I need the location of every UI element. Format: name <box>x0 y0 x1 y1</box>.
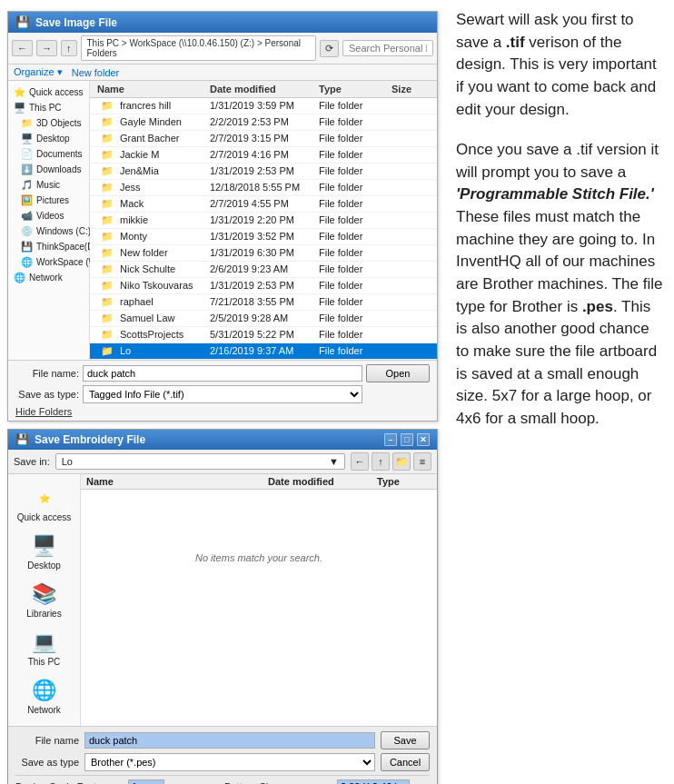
hide-folders-link[interactable]: Hide Folders <box>15 406 72 417</box>
sidebar-desktop[interactable]: 🖥️ Desktop <box>8 131 89 146</box>
dialog-icon: 💾 <box>15 15 30 29</box>
emb-sidebar-this-pc[interactable]: 💻 This PC <box>13 626 76 670</box>
sidebar-quick-access[interactable]: ⭐ Quick access <box>8 84 89 100</box>
sidebar-label: Network <box>29 273 63 283</box>
sidebar-videos[interactable]: 📹 Videos <box>8 208 89 223</box>
drive2-icon: 💾 <box>21 241 33 253</box>
emb-sidebar-libraries[interactable]: 📚 Libraries <box>13 578 76 622</box>
save-embroidery-dialog: 💾 Save Embroidery File – □ ✕ Save in: Lo… <box>7 429 438 784</box>
table-row[interactable]: 📁Jackie M 2/7/2019 4:16 PM File folder <box>90 147 437 164</box>
dialog-top-titlebar: 💾 Save Image File <box>8 12 437 33</box>
emb-bottom: File name Save Save as type Brother (*.p… <box>8 726 437 784</box>
emb-sidebar-label: This PC <box>28 657 61 667</box>
col-date[interactable]: Date modified <box>206 83 315 95</box>
desktop-sidebar-icon: 🖥️ <box>29 533 60 559</box>
emb-sidebar-desktop[interactable]: 🖥️ Desktop <box>13 530 76 574</box>
organize-button[interactable]: Organize ▾ <box>14 66 63 78</box>
design-scale-input[interactable] <box>128 779 164 784</box>
table-row[interactable]: 📁Mack 2/7/2019 4:55 PM File folder <box>90 196 437 213</box>
back-button[interactable]: ← <box>12 40 33 56</box>
sidebar-label: Quick access <box>29 87 83 97</box>
emb-dialog-title: Save Embroidery File <box>35 433 145 446</box>
table-row[interactable]: 📁Niko Tskouvaras 1/31/2019 2:53 PM File … <box>90 278 437 294</box>
table-row[interactable]: 📁Samuel Law 2/5/2019 9:28 AM File folder <box>90 311 437 327</box>
table-row[interactable]: 📁francres hill 1/31/2019 3:59 PM File fo… <box>90 98 437 114</box>
sidebar-music[interactable]: 🎵 Music <box>8 177 89 193</box>
pc-icon: 🖥️ <box>14 102 25 114</box>
up-button[interactable]: ↑ <box>61 40 77 56</box>
filename-input[interactable] <box>83 365 362 382</box>
nav-new-folder-icon[interactable]: 📁 <box>392 452 411 471</box>
emb-col-name[interactable]: Name <box>86 476 268 487</box>
sidebar-thinkspace[interactable]: 💾 ThinkSpace(D:) <box>8 239 89 254</box>
emb-save-button[interactable]: Save <box>381 731 430 749</box>
pictures-icon: 🖼️ <box>21 194 33 206</box>
open-button[interactable]: Open <box>366 364 430 382</box>
emb-savetype-select[interactable]: Brother (*.pes) <box>84 753 375 771</box>
pattern-size-row: Pattern Size: <box>224 779 430 784</box>
sidebar-pictures[interactable]: 🖼️ Pictures <box>8 193 89 208</box>
breadcrumb[interactable]: This PC > WorkSpace (\\10.0.46.150) (Z:)… <box>81 35 317 61</box>
table-row[interactable]: 📁Gayle Minden 2/2/2019 2:53 PM File fold… <box>90 114 437 131</box>
close-button[interactable]: ✕ <box>417 433 430 446</box>
dialog-top-title: Save Image File <box>35 16 117 29</box>
emb-filename-input[interactable] <box>84 732 375 749</box>
nav-view-icon[interactable]: ≡ <box>413 452 431 471</box>
table-row[interactable]: 📁ScottsProjects 5/31/2019 5:22 PM File f… <box>90 327 437 343</box>
col-name[interactable]: Name <box>94 83 206 95</box>
sidebar-this-pc[interactable]: 🖥️ This PC <box>8 100 89 115</box>
emb-sidebar-network[interactable]: 🌐 Network <box>13 674 76 719</box>
file-table-header: Name Date modified Type Size <box>90 81 437 98</box>
sidebar-workspace[interactable]: 🌐 WorkSpace (\\10 <box>8 254 89 270</box>
nav-back-icon[interactable]: ← <box>351 452 369 471</box>
docs-icon: 📄 <box>21 148 33 160</box>
table-row[interactable]: 📁Jess 12/18/2018 5:55 PM File folder <box>90 180 437 196</box>
nav-up-icon[interactable]: ↑ <box>372 452 390 471</box>
right-panel: Sewart will ask you first to save a .tif… <box>445 0 674 784</box>
table-row[interactable]: 📁Nick Schulte 2/6/2019 9:23 AM File fold… <box>90 262 437 278</box>
emb-col-date[interactable]: Date modified <box>268 476 377 487</box>
sidebar-label: Downloads <box>36 164 81 174</box>
table-row[interactable]: 📁raphael 7/21/2018 3:55 PM File folder <box>90 294 437 311</box>
section-bottom: Once you save a .tif version it will pro… <box>456 139 663 430</box>
table-row[interactable]: 📁Grant Bacher 2/7/2019 3:15 PM File fold… <box>90 131 437 147</box>
table-row[interactable]: 📁New folder 1/31/2019 6:30 PM File folde… <box>90 245 437 262</box>
folder-icon: 📁 <box>21 117 33 129</box>
emb-sidebar-label: Libraries <box>26 609 61 619</box>
sidebar-documents[interactable]: 📄 Documents <box>8 146 89 162</box>
col-type[interactable]: Type <box>315 83 388 95</box>
table-row[interactable]: 📁Monty 1/31/2019 3:52 PM File folder <box>90 229 437 245</box>
table-row[interactable]: 📁Jen&Mia 1/31/2019 2:53 PM File folder <box>90 164 437 180</box>
breadcrumb-text: This PC > WorkSpace (\\10.0.46.150) (Z:)… <box>87 38 311 58</box>
table-row[interactable]: 📁Lo 2/16/2019 9:37 AM File folder <box>90 343 437 360</box>
col-size[interactable]: Size <box>388 83 433 95</box>
save-in-value: Lo <box>62 456 73 467</box>
maximize-button[interactable]: □ <box>401 433 413 446</box>
sidebar-3d-objects[interactable]: 📁 3D Objects <box>8 115 89 131</box>
nav-icons: ← ↑ 📁 ≡ <box>351 452 431 471</box>
search-input[interactable] <box>342 40 433 56</box>
savetype-select[interactable]: Tagged Info File (*.tif) <box>83 385 362 403</box>
minimize-button[interactable]: – <box>384 433 397 446</box>
pattern-size-input[interactable] <box>337 779 410 784</box>
bottom-bar: File name: Open Save as type: Tagged Inf… <box>8 360 437 421</box>
sidebar-downloads[interactable]: ⬇️ Downloads <box>8 162 89 177</box>
save-in-box[interactable]: Lo ▼ <box>55 453 345 470</box>
emb-main-area: Name Date modified Type No items match y… <box>81 474 437 726</box>
sidebar-label: Documents <box>36 149 83 159</box>
file-rows: 📁francres hill 1/31/2019 3:59 PM File fo… <box>90 98 437 360</box>
quick-access-icon: ⭐ <box>29 485 60 511</box>
table-row[interactable]: 📁mikkie 1/31/2019 2:20 PM File folder <box>90 213 437 229</box>
filename-row: File name: Open <box>15 364 430 382</box>
forward-button[interactable]: → <box>36 40 57 56</box>
refresh-button[interactable]: ⟳ <box>320 40 339 57</box>
sidebar-network[interactable]: 🌐 Network <box>8 270 89 285</box>
sidebar-windows-c[interactable]: 💿 Windows (C:) <box>8 223 89 239</box>
new-folder-button[interactable]: New folder <box>72 67 120 78</box>
file-list-area: ⭐ Quick access 🖥️ This PC 📁 3D Objects 🖥… <box>8 81 437 360</box>
emb-cancel-button[interactable]: Cancel <box>381 753 430 771</box>
file-table: Name Date modified Type Size 📁francres h… <box>90 81 437 360</box>
emb-col-type[interactable]: Type <box>377 476 431 487</box>
emb-sidebar-quick-access[interactable]: ⭐ Quick access <box>13 481 76 526</box>
design-scale-row: Design Scale Factor: <box>15 779 221 784</box>
